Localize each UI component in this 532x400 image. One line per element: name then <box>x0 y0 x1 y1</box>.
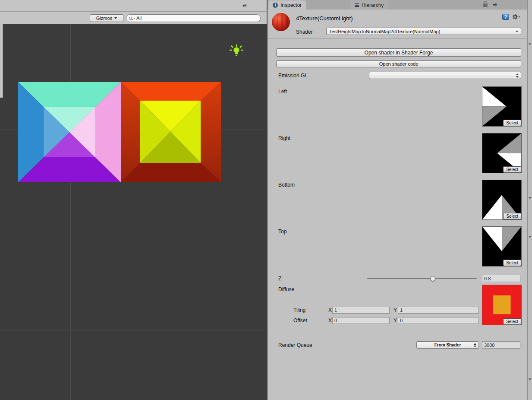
render-queue-value-field[interactable] <box>482 341 520 349</box>
material-title: 4Texture(CustomLight) <box>296 15 353 22</box>
material-preview-sphere[interactable] <box>272 13 290 31</box>
render-queue-label: Render Queue <box>278 342 312 349</box>
tiling-x-field[interactable] <box>332 307 390 314</box>
point-light-gizmo[interactable] <box>229 44 244 60</box>
z-label: Z <box>278 275 281 282</box>
texture-bottom-thumbnail[interactable]: Select <box>482 180 522 220</box>
tiling-x-label: X <box>328 307 332 314</box>
grid-line-vertical <box>70 24 71 400</box>
texture-right-label: Right <box>278 135 290 142</box>
diffuse-select-button[interactable]: Select <box>503 318 521 325</box>
scene-toolbar: Gizmos <box>0 12 267 24</box>
inspector-panel: i Inspector Hierarchy ▾≡ 4Texture(Custom… <box>268 0 527 400</box>
scroll-arrow-icon[interactable] <box>529 42 531 44</box>
scene-search-input[interactable] <box>136 16 258 21</box>
scene-view[interactable] <box>0 24 267 400</box>
inspector-tabbar: i Inspector Hierarchy ▾≡ <box>268 0 527 10</box>
scene-panel-menu-icon[interactable]: ▾≡ <box>242 3 246 8</box>
right-textured-quad <box>121 82 221 182</box>
emission-gi-dropdown[interactable] <box>369 72 521 79</box>
scroll-arrow-icon[interactable] <box>529 197 531 199</box>
texture-top-select-button[interactable]: Select <box>503 260 521 266</box>
texture-bottom-select-button[interactable]: Select <box>503 213 521 219</box>
z-slider-track[interactable] <box>367 278 477 279</box>
z-slider-knob[interactable] <box>430 276 435 281</box>
z-value-field[interactable] <box>482 275 520 282</box>
texture-top-thumbnail[interactable]: Select <box>482 226 522 267</box>
tiling-y-field[interactable] <box>398 307 479 314</box>
open-shader-forge-label: Open shader in Shader Forge <box>365 50 433 56</box>
info-icon: i <box>273 3 278 8</box>
scroll-arrow-icon[interactable] <box>529 236 531 238</box>
material-header: 4Texture(CustomLight) ? Shader TestHeigh… <box>268 10 527 38</box>
tiling-y-label: Y <box>393 307 397 314</box>
shader-dropdown-value: TestHeightMapToNormalMap2/4Texture(Norma… <box>329 29 440 34</box>
chevron-down-icon <box>516 31 518 32</box>
render-queue-dropdown[interactable]: From Shader <box>416 341 479 349</box>
left-textured-quad <box>18 82 121 182</box>
hierarchy-list-icon <box>355 3 359 4</box>
tab-hierarchy-label: Hierarchy <box>362 2 384 8</box>
updown-arrows-icon <box>516 73 519 78</box>
offset-y-field[interactable] <box>398 317 479 324</box>
gear-menu[interactable] <box>512 14 520 20</box>
open-shader-forge-button[interactable]: Open shader in Shader Forge <box>276 48 521 57</box>
chevron-down-icon <box>519 16 520 18</box>
scene-search[interactable] <box>126 14 261 22</box>
texture-top-label: Top <box>278 228 286 235</box>
offset-y-label: Y <box>393 317 397 324</box>
scene-tabstrip: ▾≡ <box>0 0 267 12</box>
search-icon <box>129 17 132 20</box>
texture-left-label: Left <box>278 88 287 95</box>
unity-editor: ▾≡ Gizmos <box>0 0 532 400</box>
texture-left-thumbnail[interactable]: Select <box>482 86 522 127</box>
gizmos-dropdown[interactable]: Gizmos <box>90 14 123 22</box>
tab-inspector-label: Inspector <box>280 2 302 8</box>
gizmos-label: Gizmos <box>96 16 112 21</box>
lock-icon[interactable] <box>483 3 488 7</box>
diffuse-thumbnail[interactable]: Select <box>482 285 522 325</box>
updown-arrows-icon <box>474 343 476 347</box>
offset-x-label: X <box>328 317 332 324</box>
texture-right-thumbnail[interactable]: Select <box>482 133 522 173</box>
help-icon[interactable]: ? <box>502 14 509 20</box>
shader-label: Shader <box>296 29 313 35</box>
offset-label: Offset <box>293 317 307 324</box>
adjacent-panel-edge <box>0 24 3 98</box>
offset-x-field[interactable] <box>332 317 390 324</box>
tab-inspector[interactable]: i Inspector <box>268 0 306 10</box>
scroll-arrow-icon[interactable] <box>529 378 531 381</box>
diffuse-label: Diffuse <box>278 286 294 293</box>
gear-icon <box>512 14 518 20</box>
render-queue-mode: From Shader <box>434 343 461 347</box>
tab-hierarchy[interactable]: Hierarchy <box>350 0 388 10</box>
search-filter-chevron-icon <box>133 18 135 19</box>
texture-right-select-button[interactable]: Select <box>503 166 521 173</box>
scene-objects[interactable] <box>18 82 221 182</box>
grid-line-horizontal <box>0 330 267 330</box>
emission-gi-label: Emission GI <box>278 72 306 79</box>
texture-bottom-label: Bottom <box>278 181 295 188</box>
texture-left-select-button[interactable]: Select <box>503 120 521 126</box>
shader-dropdown[interactable]: TestHeightMapToNormalMap2/4Texture(Norma… <box>326 28 521 35</box>
chevron-down-icon <box>114 17 117 19</box>
tiling-label: Tiling <box>293 307 305 314</box>
inspector-panel-menu-icon[interactable]: ▾≡ <box>493 2 497 7</box>
inspector-scrollbar[interactable] <box>527 0 532 400</box>
open-shader-code-button[interactable]: Open shader code <box>276 60 521 67</box>
open-shader-code-label: Open shader code <box>379 61 419 67</box>
